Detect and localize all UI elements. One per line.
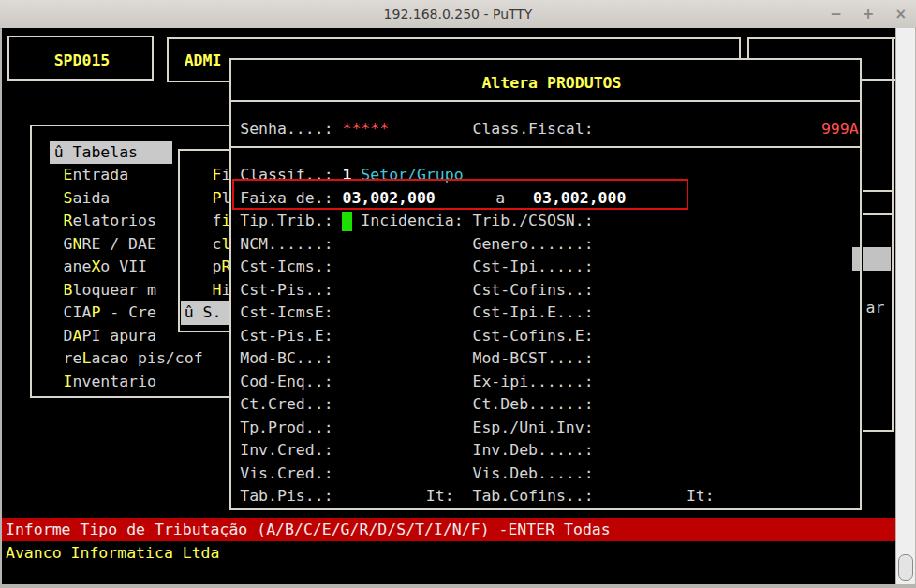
menu-item-ciap-cre[interactable]: CIAP - Cre xyxy=(64,301,156,325)
dialog-title-separator xyxy=(231,100,860,102)
right-list-highlight-fragment xyxy=(863,247,891,271)
senha-value: ***** xyxy=(342,118,389,141)
hotkey-letter: I xyxy=(64,373,73,390)
menu-item-bloquear-m[interactable]: Bloquear m xyxy=(64,279,156,302)
menu-header-tabelas[interactable]: û Tabelas xyxy=(54,141,138,165)
menu-item-gnre-dae[interactable]: GNRE / DAE xyxy=(64,233,156,257)
company-footer: Avanco Informatica Ltda xyxy=(6,542,219,566)
tab-pis-label: Tab.Pis..: xyxy=(240,485,332,508)
dialog-field-mod-bc: Mod-BC...: xyxy=(240,347,332,371)
label-text: G xyxy=(64,235,73,253)
hotkey-letter: F xyxy=(212,166,221,184)
faixa-label: Faixa de.: xyxy=(240,187,332,211)
label-text: D xyxy=(64,327,73,345)
label-text: aida xyxy=(73,189,111,207)
label-text: RE / DAE xyxy=(81,235,155,253)
label-text: loquear m xyxy=(73,281,156,299)
faixa-from-value[interactable]: 03,002,000 xyxy=(342,187,435,211)
senha-label: Senha....: xyxy=(240,118,332,141)
submenu-item-fi[interactable]: fi xyxy=(212,210,230,233)
dialog-field-cst-ipi: Cst-Ipi.....: xyxy=(473,256,594,279)
dialog-field-tp-prod: Tp.Prod..: xyxy=(240,417,332,440)
label-text: CIA xyxy=(64,303,92,321)
faixa-to-value[interactable]: 03,002,000 xyxy=(533,187,626,211)
hotkey-letter: B xyxy=(64,281,73,299)
menu-item-anexo-vii[interactable]: aneXo VII xyxy=(64,256,147,279)
window-title: 192.168.0.250 - PuTTY xyxy=(384,7,533,22)
label-text: elatorios xyxy=(73,212,156,229)
dialog-title: Altera PRODUTOS xyxy=(481,72,621,96)
label-text: p xyxy=(212,257,221,275)
menu-item-relatorios[interactable]: Relatorios xyxy=(64,210,156,233)
scrollbar-thumb[interactable] xyxy=(898,554,913,581)
menu-item-dapi-apura[interactable]: DAPI apura xyxy=(64,325,156,348)
label-text: re xyxy=(64,349,82,367)
hotkey-letter: P xyxy=(212,189,221,207)
scrollbar[interactable] xyxy=(895,28,915,584)
dialog-field-cst-cofins: Cst-Cofins..: xyxy=(473,279,594,302)
maximize-button[interactable]: + xyxy=(863,0,875,28)
right-list-top-border xyxy=(863,213,894,215)
input-cursor[interactable] xyxy=(342,212,352,231)
terminal-screen: SPD015 ADMI û Tabelas EntradaSaidaRelato… xyxy=(2,28,895,584)
label-text: ane xyxy=(64,257,92,275)
dialog-field-cst-pis-e: Cst-Pis.E: xyxy=(240,325,332,348)
class-fiscal-label: Class.Fiscal: xyxy=(473,118,594,141)
program-code: SPD015 xyxy=(54,50,111,73)
dialog-field-esp-uni-inv: Esp./Uni.Inv: xyxy=(473,417,594,440)
close-button[interactable]: × xyxy=(894,0,907,28)
hotkey-letter: S xyxy=(64,189,73,207)
hotkey-letter: L xyxy=(81,349,91,367)
tab-pis-it-label: It: xyxy=(426,485,454,508)
menu-item-entrada[interactable]: Entrada xyxy=(64,164,129,187)
dialog-field-cod-enq: Cod-Enq..: xyxy=(240,371,332,394)
label-text: acao pis/cof xyxy=(91,349,202,367)
status-message-bar: Informe Tipo de Tributação (A/B/C/E/G/R/… xyxy=(2,518,895,541)
menu-item-saida[interactable]: Saida xyxy=(64,187,111,211)
title-bar[interactable]: 192.168.0.250 - PuTTY − + × xyxy=(0,0,916,29)
dialog-field-ct-cred: Ct.Cred..: xyxy=(240,393,332,417)
submenu-item-fi[interactable]: Fi xyxy=(212,164,230,187)
label-text: nventario xyxy=(73,373,156,390)
hotkey-letter: E xyxy=(64,166,73,184)
menubar-item-admi[interactable]: ADMI xyxy=(185,50,222,73)
submenu-item-cl[interactable]: cl xyxy=(212,233,230,257)
dialog-field-cst-ipi-e: Cst-Ipi.E...: xyxy=(473,301,594,325)
hotkey-letter: N xyxy=(73,235,82,253)
dialog-field-ncm: NCM......: xyxy=(240,233,332,257)
right-list-bottom-border xyxy=(863,430,894,432)
dialog-field-inv-cred: Inv.Cred.: xyxy=(240,439,332,463)
dialog-field-cst-icms: Cst-Icms.: xyxy=(240,256,332,279)
right-panel-divider xyxy=(863,190,894,192)
hotkey-letter: R xyxy=(64,212,73,229)
submenu-item-pl[interactable]: Pl xyxy=(212,187,230,211)
trib-csosn-label: Trib./CSOSN.: xyxy=(473,210,594,233)
tab-cofins-it-label: It: xyxy=(687,485,715,508)
menu-item-inventario[interactable]: Inventario xyxy=(64,371,156,394)
hotkey-letter: A xyxy=(73,327,82,345)
dialog-field-cst-cofins-e: Cst-Cofins.E: xyxy=(473,325,594,348)
label-text: - Cre xyxy=(100,303,156,321)
label-text: f xyxy=(212,212,221,229)
dialog-field-inv-deb: Inv.Deb.....: xyxy=(473,439,594,463)
minimize-button[interactable]: − xyxy=(830,0,842,28)
dialog-field-ex-ipi: Ex-ipi......: xyxy=(473,371,594,394)
right-list-highlight-fragment-left xyxy=(852,247,860,271)
menu-item-relacao-pis-cof[interactable]: reLacao pis/cof xyxy=(64,347,203,371)
window-controls: − + × xyxy=(830,0,907,28)
dialog-field-vis-deb: Vis.Deb.....: xyxy=(473,463,594,486)
right-panel-border xyxy=(892,37,894,431)
dialog-header-separator xyxy=(231,146,860,148)
dialog-field-genero: Genero......: xyxy=(473,233,594,257)
putty-window: 192.168.0.250 - PuTTY − + × SPD015 ADMI … xyxy=(0,0,916,588)
label-text: c xyxy=(212,235,221,253)
dialog-field-cst-pis: Cst-Pis..: xyxy=(240,279,332,302)
faixa-separator: a xyxy=(495,187,505,211)
submenu-selected-item[interactable]: û S. xyxy=(185,301,222,325)
submenu-item-pr[interactable]: pR xyxy=(212,256,230,279)
tip-trib-label: Tip.Trib.: xyxy=(240,210,332,233)
hotkey-letter: P xyxy=(91,303,100,321)
label-text: o VII xyxy=(100,257,147,275)
tab-cofins-label: Tab.Cofins..: xyxy=(473,485,594,508)
submenu-item-hi[interactable]: Hi xyxy=(212,279,230,302)
